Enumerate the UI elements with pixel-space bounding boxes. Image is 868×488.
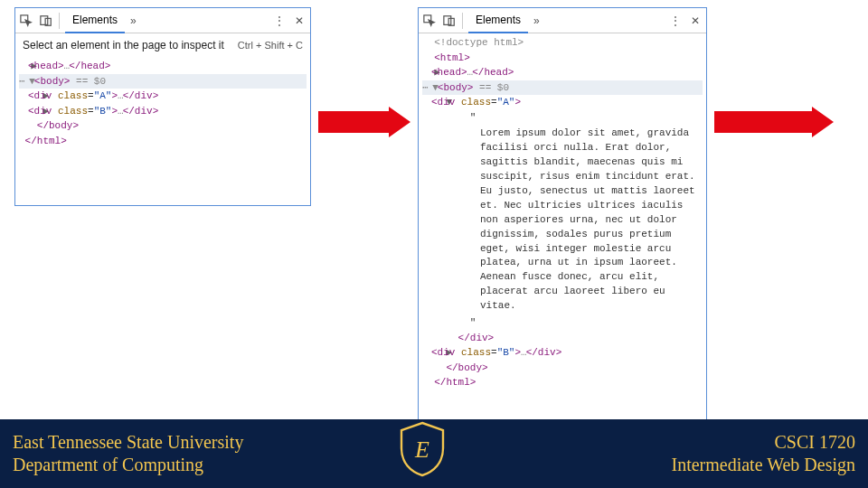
close-icon[interactable]: ✕	[292, 14, 307, 28]
inspect-tooltip-text: Select an element in the page to inspect…	[23, 39, 231, 52]
tabs-overflow-icon[interactable]: »	[130, 14, 137, 27]
footer-right: CSCI 1720 Intermediate Web Design	[671, 431, 855, 476]
tab-elements[interactable]: Elements	[65, 8, 125, 33]
arrow-icon	[714, 107, 834, 137]
svg-rect-1	[41, 15, 48, 24]
arrow-icon	[318, 107, 410, 137]
kebab-icon[interactable]: ⋮	[272, 14, 287, 28]
devtools-tabbar: Elements » ⋮ ✕	[15, 8, 310, 33]
tab-elements[interactable]: Elements	[468, 8, 528, 33]
dom-tree-left[interactable]: ▶<head>…</head> ⋯ ▼<body> == $0 ▶<div cl…	[15, 57, 310, 154]
inspect-tooltip-row: Select an element in the page to inspect…	[15, 33, 310, 57]
university-name: East Tennessee State University	[13, 431, 243, 454]
devtools-tabbar: Elements » ⋮ ✕	[419, 8, 706, 33]
lorem-text: Lorem ipsum dolor sit amet, gravida faci…	[422, 125, 703, 315]
tabs-overflow-icon[interactable]: »	[533, 14, 540, 27]
devtools-panel-right: Elements » ⋮ ✕ <!doctype html> <html> ▶<…	[418, 7, 707, 425]
inspect-shortcut: Ctrl + Shift + C	[238, 40, 303, 51]
device-icon[interactable]	[39, 14, 53, 28]
inspect-icon[interactable]	[19, 14, 33, 28]
inspect-icon[interactable]	[422, 14, 437, 28]
svg-text:E: E	[414, 436, 429, 463]
footer-left: East Tennessee State University Departme…	[13, 431, 243, 476]
etsu-logo-icon: E	[398, 421, 447, 481]
course-title: Intermediate Web Design	[671, 454, 855, 476]
svg-rect-4	[444, 15, 451, 24]
department-name: Department of Computing	[13, 454, 243, 476]
dom-tree-right[interactable]: <!doctype html> <html> ▶<head>…</head> ⋯…	[419, 33, 706, 396]
course-code: CSCI 1720	[671, 431, 855, 454]
device-icon[interactable]	[442, 14, 457, 28]
slide-footer: East Tennessee State University Departme…	[0, 419, 868, 488]
devtools-panel-left: Elements » ⋮ ✕ Select an element in the …	[14, 7, 311, 206]
kebab-icon[interactable]: ⋮	[668, 14, 683, 28]
close-icon[interactable]: ✕	[688, 14, 703, 28]
